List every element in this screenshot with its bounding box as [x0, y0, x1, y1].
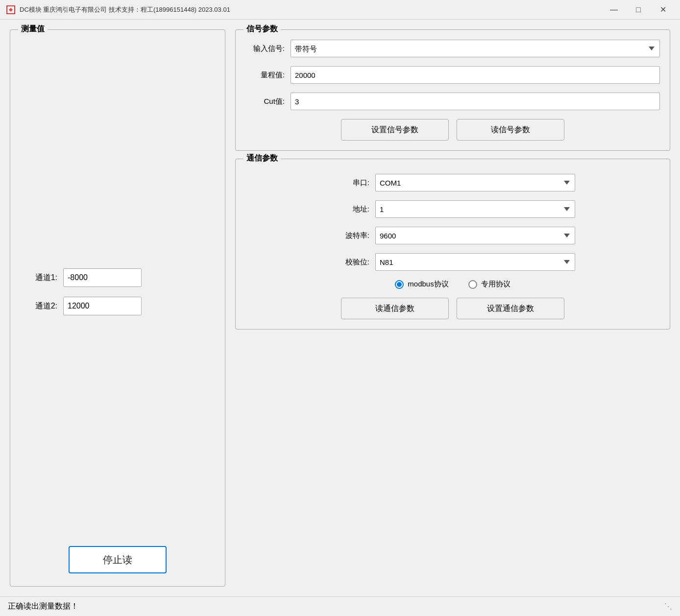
parity-row: 校验位: N81 E81 O81 [330, 253, 575, 271]
address-row: 地址: 1 2 3 4 [330, 200, 575, 218]
protocol-radio-row: modbus协议 专用协议 [245, 280, 660, 289]
channel1-label: 通道1: [18, 273, 57, 283]
port-select[interactable]: COM1 COM2 COM3 COM4 [375, 174, 575, 191]
read-comm-button[interactable]: 读通信参数 [341, 298, 449, 319]
comm-panel-legend: 通信参数 [243, 153, 281, 164]
signal-panel: 信号参数 输入信号: 带符号 无符号 量程值: Cut值: 设置信号参数 读信号… [235, 29, 670, 151]
cut-label: Cut值: [245, 97, 285, 106]
modbus-protocol-radio[interactable]: modbus协议 [395, 280, 448, 289]
address-select[interactable]: 1 2 3 4 [375, 200, 575, 218]
title-bar-controls: — □ ✕ [603, 2, 674, 17]
stop-btn-area: 停止读 [18, 536, 217, 578]
channel2-input[interactable] [63, 297, 142, 315]
measure-panel: 测量值 通道1: 通道2: 停止读 [10, 29, 225, 587]
set-comm-button[interactable]: 设置通信参数 [457, 298, 564, 319]
parity-label: 校验位: [330, 258, 369, 267]
channel2-label: 通道2: [18, 301, 57, 311]
custom-protocol-label: 专用协议 [481, 280, 510, 289]
main-content: 测量值 通道1: 通道2: 停止读 信号参数 输入信号: 带符号 无符号 [0, 20, 680, 596]
minimize-button[interactable]: — [603, 2, 625, 17]
custom-protocol-radio[interactable]: 专用协议 [468, 280, 510, 289]
close-button[interactable]: ✕ [652, 2, 674, 17]
app-icon [6, 5, 16, 15]
channel2-row: 通道2: [18, 297, 217, 315]
cut-input[interactable] [291, 93, 660, 110]
input-signal-select[interactable]: 带符号 无符号 [291, 40, 660, 57]
stop-button[interactable]: 停止读 [69, 546, 167, 573]
status-message: 正确读出测量数据！ [8, 601, 78, 612]
baudrate-select[interactable]: 9600 19200 38400 115200 [375, 227, 575, 244]
port-label: 串口: [330, 178, 369, 188]
baudrate-label: 波特率: [330, 231, 369, 240]
modbus-radio-circle [395, 280, 404, 289]
resize-grip: ⋱ [664, 602, 672, 611]
port-row: 串口: COM1 COM2 COM3 COM4 [330, 174, 575, 191]
right-panels: 信号参数 输入信号: 带符号 无符号 量程值: Cut值: 设置信号参数 读信号… [235, 29, 670, 587]
input-signal-label: 输入信号: [245, 44, 285, 53]
signal-panel-legend: 信号参数 [243, 24, 281, 34]
modbus-protocol-label: modbus协议 [408, 280, 448, 289]
title-bar: DC模块 重庆鸿引电子有限公司 技术支持：程工(18996151448) 202… [0, 0, 680, 20]
comm-btn-row: 读通信参数 设置通信参数 [245, 298, 660, 319]
range-row: 量程值: [245, 66, 660, 84]
input-signal-row: 输入信号: 带符号 无符号 [245, 40, 660, 57]
read-signal-button[interactable]: 读信号参数 [457, 119, 564, 141]
set-signal-button[interactable]: 设置信号参数 [341, 119, 449, 141]
range-label: 量程值: [245, 71, 285, 80]
signal-btn-row: 设置信号参数 读信号参数 [245, 119, 660, 141]
cut-row: Cut值: [245, 93, 660, 110]
measure-panel-legend: 测量值 [18, 24, 48, 34]
baudrate-row: 波特率: 9600 19200 38400 115200 [330, 227, 575, 244]
comm-panel: 通信参数 串口: COM1 COM2 COM3 COM4 地址: 1 2 [235, 159, 670, 330]
restore-button[interactable]: □ [627, 2, 650, 17]
channel-section: 通道1: 通道2: [18, 38, 217, 536]
range-input[interactable] [291, 66, 660, 84]
custom-radio-circle [468, 280, 477, 289]
address-label: 地址: [330, 205, 369, 214]
status-bar: 正确读出测量数据！ ⋱ [0, 596, 680, 616]
channel1-input[interactable] [63, 268, 142, 287]
title-bar-text: DC模块 重庆鸿引电子有限公司 技术支持：程工(18996151448) 202… [20, 5, 603, 14]
parity-select[interactable]: N81 E81 O81 [375, 253, 575, 271]
channel1-row: 通道1: [18, 268, 217, 287]
